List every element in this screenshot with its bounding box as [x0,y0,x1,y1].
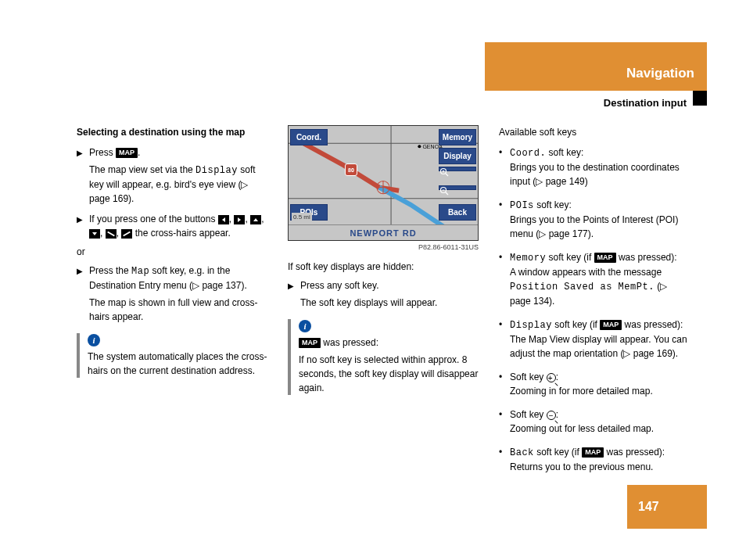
zoom-out-icon [547,411,556,420]
text: If soft key displays are hidden: [288,260,479,274]
text: soft key (if [552,319,600,330]
svg-point-6 [418,145,421,148]
list-item: Coord. soft key: Brings you to the desti… [499,145,690,188]
text: was pressed): [616,252,677,263]
info-icon: i [299,320,311,332]
diagonal-arrow-icon [121,229,132,239]
text: the cross-hairs appear. [135,228,231,239]
text: Press any soft key. [300,278,479,293]
down-arrow-icon [89,229,100,239]
text: Soft key [510,372,547,382]
softkey-name: Display [510,320,552,331]
list-item: Soft key : Zooming out for less detailed… [499,407,690,436]
road-label: NEWPORT RD [289,224,478,240]
triangle-bullet-icon: ▶ [288,278,294,293]
step-press-map: ▶ Press MAP. [77,145,267,160]
info-icon: i [88,334,100,346]
diagonal-arrow-icon [106,229,117,239]
text: Brings you to the Points of Interest (PO… [510,214,678,239]
map-button-icon: MAP [582,447,604,458]
section-tab [693,91,707,106]
svg-line-9 [446,174,448,176]
column-1: Selecting a destination using the map ▶ … [77,125,267,474]
softkey-name: Map [131,266,149,277]
map-button-icon: MAP [600,320,622,330]
step-direction-buttons: ▶ If you press one of the buttons , , , … [77,212,267,240]
list-item: POIs soft key: Brings you to the Points … [499,198,690,241]
softkey-name: Display [195,165,238,176]
text: Returns you to the previous menu. [510,461,653,472]
right-arrow-icon [234,215,245,224]
svg-line-13 [446,192,448,195]
page-number: 147 [627,485,707,529]
text: soft key: [534,199,572,210]
map-button-icon: MAP [594,253,616,263]
triangle-bullet-icon: ▶ [77,264,83,293]
list-item: Memory soft key (if MAP was pressed): A … [499,250,690,308]
text: Soft key [510,409,547,420]
info-box: i The system automatically places the cr… [77,333,267,378]
softkey-zoom-in [439,167,476,171]
map-button-icon: MAP [116,148,138,158]
softkey-back: Back [439,204,476,221]
list-item: Soft key : Zooming in for more detailed … [499,370,690,398]
text: If you press one of the buttons [89,214,218,224]
map-scale: 0.5 mi [292,213,312,222]
text: soft key (if [546,252,594,263]
text: Zooming out for less detailed map. [510,423,654,434]
step-map-softkey: ▶ Press the Map soft key, e.g. in the De… [77,264,267,293]
text: : [556,409,558,420]
left-arrow-icon [218,215,229,224]
text: Zooming in for more detailed map. [510,386,653,397]
page-content: Selecting a destination using the map ▶ … [77,125,690,474]
text: Press [89,147,116,158]
list-item: Back soft key (if MAP was pressed): Retu… [499,445,690,474]
text: was pressed): [622,319,683,330]
triangle-bullet-icon: ▶ [77,145,83,160]
text: . [138,147,140,158]
softkey-name: Coord. [510,148,546,159]
up-arrow-icon [250,215,261,224]
softkey-zoom-out [439,185,476,190]
info-text: If no soft key is selected within approx… [299,353,479,395]
text: The Map View display will appear. You ca… [510,334,687,359]
step-continuation: The map is shown in full view and cross-… [89,296,267,324]
info-text: The system automatically places the cros… [88,350,267,378]
column-2: GENOA 80 Coord. POIs Memory Display Back… [288,125,479,474]
step-continuation: The map view set via the Display soft ke… [89,163,267,206]
info-text: MAP was pressed: [299,336,479,350]
text: A window appears with the message [510,267,662,278]
softkey-memory: Memory [439,129,476,145]
message-text: Position Saved as MemPt. [510,282,655,293]
col1-heading: Selecting a destination using the map [77,125,267,139]
zoom-in-icon [547,373,556,382]
triangle-bullet-icon: ▶ [77,212,83,240]
text: Press the [89,265,131,276]
column-3: Available soft keys Coord. soft key: Bri… [499,125,690,474]
softkey-name: Memory [510,253,546,264]
softkey-name: Back [510,447,534,458]
chapter-header: Navigation [485,42,707,91]
step-press-softkey: ▶ Press any soft key. [288,278,479,293]
map-screenshot: GENOA 80 Coord. POIs Memory Display Back… [288,125,479,241]
or-text: or [77,245,267,259]
softkey-name: POIs [510,200,534,211]
col3-heading: Available soft keys [499,125,690,139]
text: The map view set via the [89,164,195,175]
softkey-list: Coord. soft key: Brings you to the desti… [499,145,690,474]
section-subtitle: Destination input [604,95,687,111]
text: was pressed): [604,447,665,458]
text: soft key: [546,147,583,158]
list-item: Display soft key (if MAP was pressed): T… [499,318,690,361]
info-box: i MAP was pressed: If no soft key is sel… [288,319,479,395]
text: soft key (if [534,447,582,458]
image-caption: P82.86-6011-31US [288,242,479,253]
text: was pressed: [321,337,378,348]
highway-shield-icon: 80 [345,163,357,176]
step-continuation: The soft key displays will appear. [300,296,479,310]
text: : [556,372,558,382]
softkey-coord: Coord. [290,129,328,145]
softkey-display: Display [439,148,476,164]
map-button-icon: MAP [299,338,321,348]
text: Brings you to the destination coordinate… [510,162,680,187]
